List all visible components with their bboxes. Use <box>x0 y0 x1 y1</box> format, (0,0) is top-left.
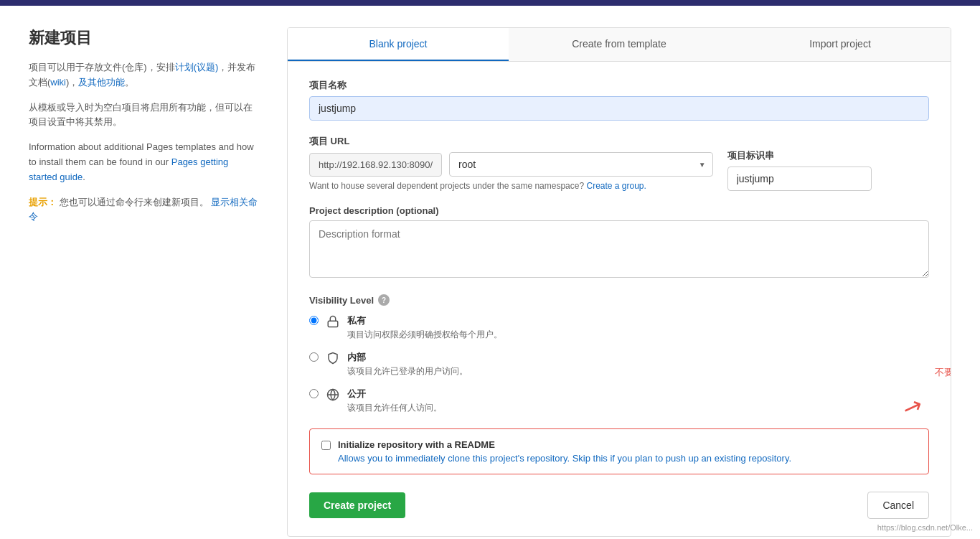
link-other[interactable]: 及其他功能 <box>78 77 125 88</box>
project-name-group: 项目名称 <box>309 79 929 121</box>
top-bar <box>0 0 980 6</box>
radio-public: 公开 该项目允许任何人访问。 不要勾选 ↙ <box>309 388 929 414</box>
svg-rect-0 <box>328 321 338 327</box>
description-textarea[interactable] <box>309 220 929 278</box>
url-col: 项目 URL http://192.168.92.130:8090/ root … <box>309 135 713 191</box>
project-name-label: 项目名称 <box>309 79 929 92</box>
annotation-arrow-icon: ↙ <box>898 393 925 425</box>
visibility-radio-group: 私有 项目访问权限必须明确授权给每个用户。 内部 <box>309 314 929 414</box>
radio-private: 私有 项目访问权限必须明确授权给每个用户。 <box>309 314 929 341</box>
shield-icon <box>326 351 340 365</box>
description-label: Project description (optional) <box>309 205 929 216</box>
radio-internal-input[interactable] <box>309 352 319 362</box>
sidebar-tip: 提示： 您也可以通过命令行来创建新项目。 显示相关命令 <box>29 195 258 225</box>
link-pages-guide[interactable]: Pages getting started guide <box>29 156 228 182</box>
page-title: 新建项目 <box>29 27 258 49</box>
namespace-select-wrapper: root ▼ <box>449 152 713 177</box>
help-icon[interactable]: ? <box>378 294 390 306</box>
init-repo-desc: Allows you to immediately clone this pro… <box>338 453 791 464</box>
annotation-label: 不要勾选 <box>935 367 951 378</box>
project-id-label: 项目标识串 <box>727 149 929 162</box>
sidebar: 新建项目 项目可以用于存放文件(仓库)，安排计划(议题)，并发布文档(wiki)… <box>29 27 258 537</box>
radio-internal-text: 内部 该项目允许已登录的用户访问。 <box>347 351 468 378</box>
main-content: Blank project Create from template Impor… <box>287 27 951 537</box>
sidebar-desc1: 项目可以用于存放文件(仓库)，安排计划(议题)，并发布文档(wiki)，及其他功… <box>29 60 258 90</box>
form-actions: Create project Cancel <box>309 492 929 519</box>
init-repo-label: Initialize repository with a README Allo… <box>321 439 917 464</box>
url-row-inputs: http://192.168.92.130:8090/ root ▼ <box>309 152 713 177</box>
project-name-input[interactable] <box>309 96 929 121</box>
link-plan[interactable]: 计划(议题) <box>175 62 219 72</box>
init-repo-section: Initialize repository with a README Allo… <box>309 428 929 474</box>
lock-icon <box>326 314 340 329</box>
init-repo-text-block: Initialize repository with a README Allo… <box>338 439 791 464</box>
tab-blank-project[interactable]: Blank project <box>288 28 509 61</box>
tip-label: 提示： <box>29 197 57 207</box>
init-repo-box: Initialize repository with a README Allo… <box>309 428 929 474</box>
radio-private-input[interactable] <box>309 316 319 325</box>
sidebar-desc2: 从模板或导入时为空白项目将启用所有功能，但可以在项目设置中将其禁用。 <box>29 100 258 131</box>
tab-import-project[interactable]: Import project <box>730 28 951 61</box>
project-url-label: 项目 URL <box>309 135 713 148</box>
radio-internal: 内部 该项目允许已登录的用户访问。 <box>309 351 929 378</box>
radio-private-text: 私有 项目访问权限必须明确授权给每个用户。 <box>347 314 502 341</box>
init-repo-checkbox[interactable] <box>321 441 331 450</box>
project-id-input[interactable] <box>727 167 872 191</box>
tabs-bar: Blank project Create from template Impor… <box>288 28 951 62</box>
url-id-row: 项目 URL http://192.168.92.130:8090/ root … <box>309 135 929 191</box>
radio-public-text: 公开 该项目允许任何人访问。 <box>347 388 442 414</box>
form-area: 项目名称 项目 URL http://192.168.92.130:8090/ … <box>288 62 951 536</box>
url-base-display: http://192.168.92.130:8090/ <box>309 153 442 177</box>
globe-icon <box>326 388 340 402</box>
project-id-col: 项目标识串 <box>727 149 929 191</box>
visibility-section: Visibility Level ? <box>309 294 929 414</box>
annotation-container: 不要勾选 <box>935 366 951 379</box>
radio-public-input[interactable] <box>309 389 319 398</box>
sidebar-pages-info: Information about additional Pages templ… <box>29 140 258 184</box>
namespace-hint: Want to house several dependent projects… <box>309 181 713 191</box>
link-wiki[interactable]: wiki <box>50 77 66 88</box>
create-project-button[interactable]: Create project <box>309 492 405 518</box>
cancel-button[interactable]: Cancel <box>867 492 929 519</box>
watermark: https://blog.csdn.net/Olke... <box>877 523 973 532</box>
tab-create-from-template[interactable]: Create from template <box>509 28 730 61</box>
visibility-label-row: Visibility Level ? <box>309 294 929 306</box>
create-group-link[interactable]: Create a group. <box>586 181 646 191</box>
namespace-select[interactable]: root <box>449 152 713 177</box>
description-group: Project description (optional) <box>309 205 929 280</box>
